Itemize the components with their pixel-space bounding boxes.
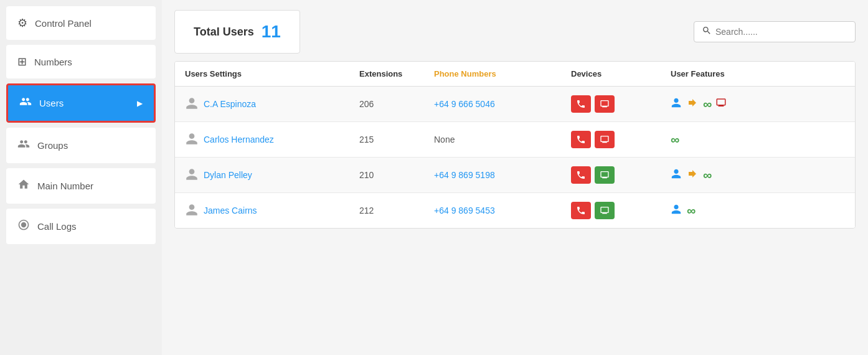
chevron-right-icon: ▶	[137, 99, 143, 108]
feature-voicemail-icon-3[interactable]: ∞	[687, 204, 694, 218]
sidebar-item-label: Numbers	[34, 57, 72, 67]
cell-extension-1: 215	[359, 135, 434, 144]
total-users-count: 11	[262, 22, 281, 42]
total-users-card: Total Users 11	[174, 10, 300, 54]
sidebar-item-label: Groups	[37, 140, 68, 151]
table-row: James Cairns 212 +64 9 869 5453 ∞	[175, 193, 855, 228]
feature-record-icon-0[interactable]	[715, 97, 727, 111]
devices-cell-2	[571, 166, 671, 184]
sidebar-item-label: Call Logs	[37, 221, 77, 232]
col-phone-numbers: Phone Numbers	[434, 69, 571, 78]
device-btn-phone-red-2[interactable]	[571, 166, 591, 184]
user-name-carlos-hernandez[interactable]: Carlos Hernandez	[185, 132, 359, 148]
sidebar-item-numbers[interactable]: ⊞ Numbers	[6, 45, 156, 78]
search-box[interactable]	[694, 21, 856, 42]
feature-forward-icon-0[interactable]	[687, 97, 698, 111]
device-btn-phone-red-1[interactable]	[571, 131, 591, 148]
devices-cell-0	[571, 95, 671, 113]
table-row: Dylan Pelley 210 +64 9 869 5198 ∞	[175, 158, 855, 193]
feature-forward-icon-2[interactable]	[687, 168, 698, 182]
device-btn-phone-red-0[interactable]	[571, 95, 591, 113]
svg-point-0	[21, 222, 26, 227]
device-btn-screen-red-1[interactable]	[595, 131, 615, 148]
devices-cell-1	[571, 131, 671, 148]
device-btn-screen-green-3[interactable]	[595, 202, 615, 219]
sidebar-item-call-logs[interactable]: Call Logs	[6, 209, 156, 244]
groups-icon	[17, 138, 30, 153]
feature-user-icon-2[interactable]	[671, 168, 682, 182]
users-icon	[19, 95, 32, 111]
sidebar-item-label: Main Number	[37, 181, 93, 191]
users-table: Users Settings Extensions Phone Numbers …	[174, 61, 856, 229]
sidebar-item-control-panel[interactable]: ⚙ Control Panel	[6, 6, 156, 40]
table-row: Carlos Hernandez 215 None ∞	[175, 122, 855, 158]
col-devices: Devices	[571, 69, 671, 78]
feature-user-icon-0[interactable]	[671, 97, 682, 111]
cell-phone-0: +64 9 666 5046	[434, 99, 571, 109]
device-btn-phone-red-3[interactable]	[571, 202, 591, 219]
sidebar-item-main-number[interactable]: Main Number	[6, 168, 156, 204]
table-header: Users Settings Extensions Phone Numbers …	[175, 62, 855, 87]
cell-extension-2: 210	[359, 170, 434, 180]
feature-voicemail-icon-1[interactable]: ∞	[671, 133, 678, 147]
main-content: Total Users 11 Users Settings Extensions…	[162, 0, 868, 355]
user-name-dylan-pelley[interactable]: Dylan Pelley	[185, 168, 359, 183]
col-extensions: Extensions	[359, 69, 434, 78]
user-name-james-cairns[interactable]: James Cairns	[185, 203, 359, 219]
cell-extension-0: 206	[359, 99, 434, 109]
main-number-icon	[17, 178, 30, 194]
features-cell-2: ∞	[671, 168, 845, 182]
col-user-features: User Features	[671, 69, 845, 78]
user-avatar-icon	[185, 97, 199, 112]
device-btn-screen-red-0[interactable]	[595, 95, 615, 113]
feature-voicemail-icon-0[interactable]: ∞	[703, 97, 710, 111]
sidebar-item-label: Control Panel	[35, 18, 92, 29]
cell-extension-3: 212	[359, 206, 434, 215]
header-bar: Total Users 11	[174, 10, 856, 54]
user-avatar-icon	[185, 203, 199, 219]
control-panel-icon: ⚙	[17, 16, 27, 30]
feature-voicemail-icon-2[interactable]: ∞	[703, 168, 710, 182]
total-users-label: Total Users	[194, 26, 254, 39]
sidebar-item-groups[interactable]: Groups	[6, 128, 156, 163]
user-name-ca-espinoza[interactable]: C.A Espinoza	[185, 97, 359, 112]
user-avatar-icon	[185, 168, 199, 183]
numbers-icon: ⊞	[17, 55, 27, 69]
device-btn-screen-green-2[interactable]	[595, 166, 615, 184]
cell-phone-2: +64 9 869 5198	[434, 170, 571, 180]
col-users-settings: Users Settings	[185, 69, 359, 78]
features-cell-1: ∞	[671, 133, 845, 147]
feature-user-icon-3[interactable]	[671, 204, 682, 218]
sidebar: ⚙ Control Panel ⊞ Numbers Users ▶ Groups…	[0, 0, 162, 355]
search-icon	[702, 26, 712, 38]
features-cell-3: ∞	[671, 204, 845, 218]
call-logs-icon	[17, 219, 30, 234]
cell-phone-3: +64 9 869 5453	[434, 206, 571, 215]
features-cell-0: ∞	[671, 97, 845, 111]
table-row: C.A Espinoza 206 +64 9 666 5046 ∞	[175, 87, 855, 122]
search-input[interactable]	[715, 27, 847, 37]
sidebar-item-users[interactable]: Users ▶	[6, 83, 156, 123]
cell-phone-1: None	[434, 135, 571, 144]
devices-cell-3	[571, 202, 671, 219]
user-avatar-icon	[185, 132, 199, 148]
sidebar-item-label: Users	[39, 98, 64, 108]
